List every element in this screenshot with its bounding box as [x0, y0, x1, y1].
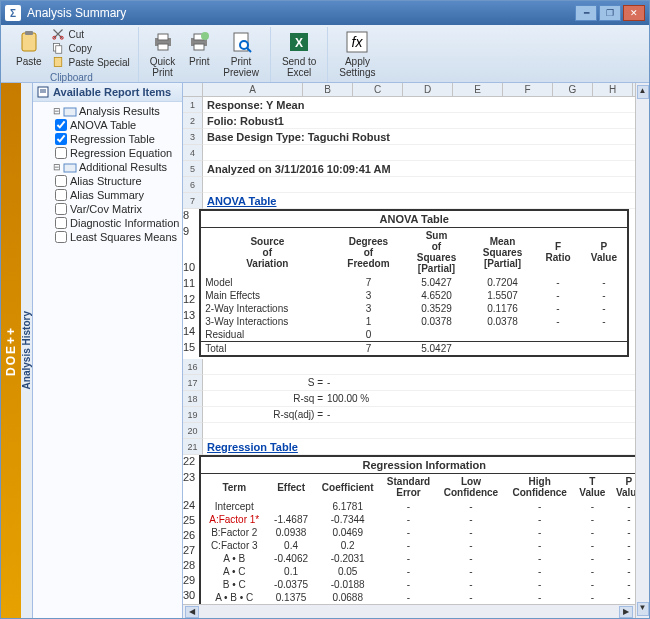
row-header[interactable]: 30 [183, 589, 195, 604]
row-header[interactable]: 23 [183, 471, 195, 499]
row-header[interactable]: 9 [183, 225, 195, 261]
scroll-right-button[interactable]: ▶ [619, 606, 633, 618]
scroll-up-button[interactable]: ▲ [637, 85, 649, 99]
minimize-button[interactable]: ━ [575, 5, 597, 21]
row-header[interactable]: 1 [183, 97, 203, 113]
regression-cell: A • B [201, 552, 267, 565]
tree-item-checkbox[interactable] [55, 147, 67, 159]
quick-print-button[interactable]: Quick Print [145, 27, 181, 81]
tree-item[interactable]: Least Squares Means [35, 230, 180, 244]
anova-col-header: MeanSquares[Partial] [469, 228, 535, 276]
regression-title: Regression Information [201, 457, 635, 474]
history-panel-toggle[interactable]: Analysis History [21, 83, 33, 618]
tree-group[interactable]: ⊟Analysis Results [35, 104, 180, 118]
row-header[interactable]: 20 [183, 423, 203, 439]
tree-item-checkbox[interactable] [55, 133, 67, 145]
report-items-tree: ⊟Analysis ResultsANOVA TableRegression T… [33, 102, 182, 618]
row-header[interactable]: 6 [183, 177, 203, 193]
print-button[interactable]: Print [182, 27, 216, 70]
column-header[interactable]: G [553, 83, 593, 96]
row-header[interactable]: 27 [183, 544, 195, 559]
row-header[interactable]: 8 [183, 209, 195, 225]
row-header[interactable]: 17 [183, 375, 203, 391]
row-header[interactable]: 22 [183, 455, 195, 471]
svg-rect-9 [158, 44, 168, 50]
tree-item-checkbox[interactable] [55, 119, 67, 131]
tree-item[interactable]: Alias Structure [35, 174, 180, 188]
scroll-left-button[interactable]: ◀ [185, 606, 199, 618]
anova-link[interactable]: ANOVA Table [203, 195, 276, 207]
row-header[interactable]: 11 [183, 277, 195, 293]
tree-item[interactable]: Regression Table [35, 132, 180, 146]
anova-table: ANOVA TableSourceofVariationDegreesofFre… [199, 209, 629, 357]
excel-icon: X [287, 30, 311, 54]
column-header[interactable]: H [593, 83, 633, 96]
regression-cell: Intercept [201, 500, 267, 513]
folder-icon [63, 105, 77, 117]
regression-link[interactable]: Regression Table [203, 441, 298, 453]
apply-settings-button[interactable]: fx Apply Settings [334, 27, 380, 81]
brand-bar: DOE++ [1, 83, 21, 618]
scroll-down-button[interactable]: ▼ [637, 602, 649, 616]
row-header[interactable]: 16 [183, 359, 203, 375]
column-header[interactable]: B [303, 83, 353, 96]
tree-item[interactable]: Alias Summary [35, 188, 180, 202]
regression-col-header: Term [201, 474, 267, 500]
row-header[interactable]: 5 [183, 161, 203, 177]
column-header[interactable]: D [403, 83, 453, 96]
row-header[interactable]: 4 [183, 145, 203, 161]
maximize-button[interactable]: ❐ [599, 5, 621, 21]
tree-item-checkbox[interactable] [55, 231, 67, 243]
stat-line: S =- [203, 377, 334, 388]
tree-item-checkbox[interactable] [55, 189, 67, 201]
row-header[interactable]: 29 [183, 574, 195, 589]
row-header[interactable]: 13 [183, 309, 195, 325]
tree-group[interactable]: ⊟Additional Results [35, 160, 180, 174]
row-header[interactable]: 3 [183, 129, 203, 145]
row-header[interactable]: 14 [183, 325, 195, 341]
row-header[interactable]: 24 [183, 499, 195, 514]
grid-body[interactable]: 1Response: Y Mean2Folio: Robust13Base De… [183, 97, 635, 604]
regression-cell: C:Factor 3 [201, 539, 267, 552]
tree-item-checkbox[interactable] [55, 217, 67, 229]
anova-cell: Main Effects [201, 289, 333, 302]
svg-rect-12 [194, 44, 204, 50]
tree-item[interactable]: Diagnostic Information [35, 216, 180, 230]
regression-cell: B:Factor 2 [201, 526, 267, 539]
column-header[interactable]: A [203, 83, 303, 96]
paste-button[interactable]: Paste [11, 27, 47, 70]
anova-cell: Model [201, 276, 333, 289]
paste-special-button[interactable]: Paste Special [49, 55, 132, 69]
copy-button[interactable]: Copy [49, 41, 132, 55]
row-header[interactable]: 19 [183, 407, 203, 423]
print-preview-button[interactable]: Print Preview [218, 27, 264, 81]
row-header[interactable]: 25 [183, 514, 195, 529]
close-button[interactable]: ✕ [623, 5, 645, 21]
info-folio: Folio: Robust1 [203, 115, 284, 127]
horizontal-scrollbar[interactable]: ◀ ▶ [183, 604, 635, 618]
titlebar: Σ Analysis Summary ━ ❐ ✕ [1, 1, 649, 25]
row-header[interactable]: 18 [183, 391, 203, 407]
row-header[interactable]: 7 [183, 193, 203, 209]
tree-item-checkbox[interactable] [55, 203, 67, 215]
row-header[interactable]: 15 [183, 341, 195, 357]
anova-col-header: FRatio [536, 228, 581, 276]
tree-item[interactable]: Regression Equation [35, 146, 180, 160]
tree-item[interactable]: Var/Cov Matrix [35, 202, 180, 216]
column-header[interactable]: E [453, 83, 503, 96]
send-to-excel-button[interactable]: X Send to Excel [277, 27, 321, 81]
row-header[interactable]: 12 [183, 293, 195, 309]
svg-point-13 [201, 32, 209, 40]
cut-button[interactable]: Cut [49, 27, 132, 41]
column-header[interactable]: F [503, 83, 553, 96]
tree-item[interactable]: ANOVA Table [35, 118, 180, 132]
row-header[interactable]: 10 [183, 261, 195, 277]
vertical-scrollbar[interactable]: ▲ ▼ [635, 83, 649, 618]
row-header[interactable]: 2 [183, 113, 203, 129]
row-header[interactable]: 21 [183, 439, 203, 455]
svg-rect-0 [22, 33, 36, 51]
tree-item-checkbox[interactable] [55, 175, 67, 187]
column-header[interactable]: C [353, 83, 403, 96]
row-header[interactable]: 26 [183, 529, 195, 544]
row-header[interactable]: 28 [183, 559, 195, 574]
